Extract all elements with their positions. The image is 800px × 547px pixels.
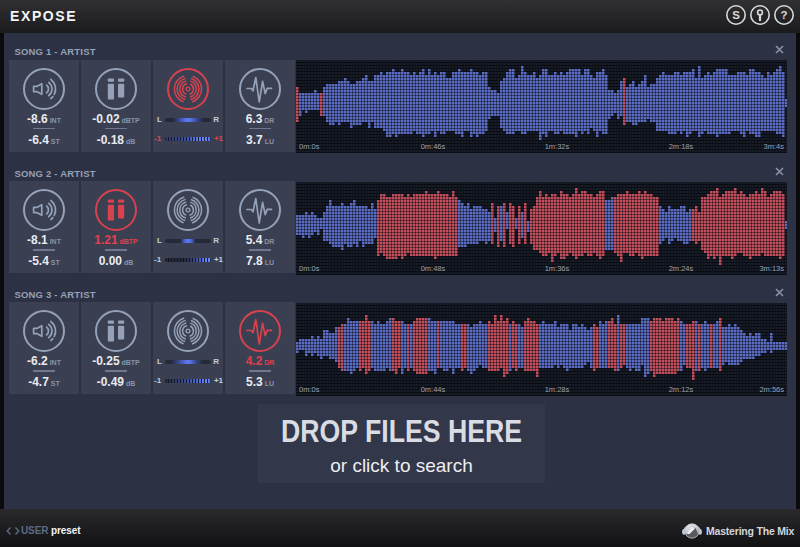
svg-text:?: ?	[780, 9, 787, 21]
svg-text:2m:24s: 2m:24s	[669, 264, 694, 273]
svg-text:1m:28s: 1m:28s	[545, 385, 570, 394]
svg-text:1m:36s: 1m:36s	[545, 264, 570, 273]
svg-text:2m:12s: 2m:12s	[669, 385, 694, 394]
svg-text:0m:0s: 0m:0s	[299, 142, 320, 151]
svg-text:0m:46s: 0m:46s	[421, 142, 446, 151]
svg-text:0m:0s: 0m:0s	[299, 385, 320, 394]
svg-text:2m:56s: 2m:56s	[759, 385, 784, 394]
svg-text:2m:18s: 2m:18s	[669, 142, 694, 151]
svg-text:0m:0s: 0m:0s	[299, 264, 320, 273]
svg-text:0m:48s: 0m:48s	[421, 264, 446, 273]
svg-text:S: S	[732, 9, 740, 21]
svg-text:1m:32s: 1m:32s	[545, 142, 570, 151]
svg-text:3m:4s: 3m:4s	[764, 142, 785, 151]
svg-text:3m:13s: 3m:13s	[759, 264, 784, 273]
svg-text:0m:44s: 0m:44s	[421, 385, 446, 394]
